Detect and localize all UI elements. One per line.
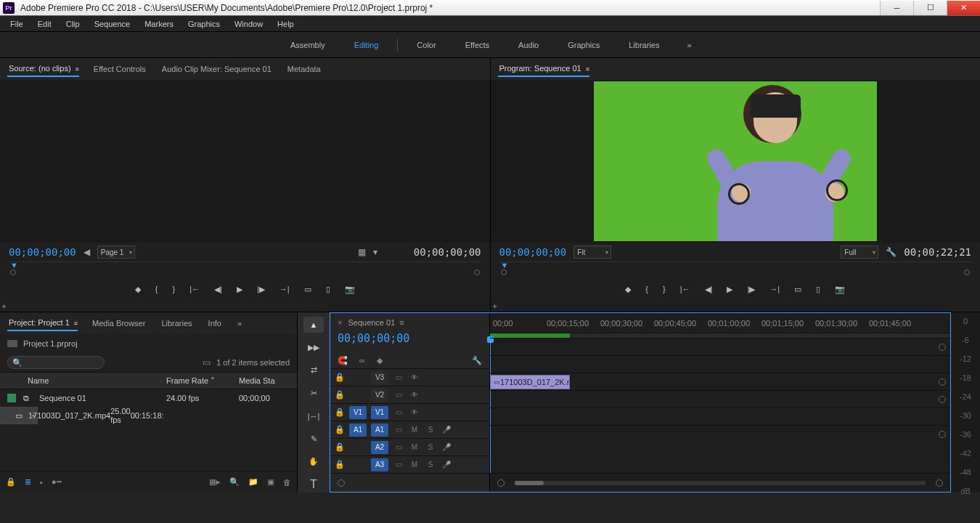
project-search-input[interactable]: 🔍 — [7, 356, 105, 369]
p-mark-in-button[interactable]: { — [645, 285, 648, 293]
menu-file[interactable]: File — [3, 17, 30, 31]
marker-button[interactable]: ◆ — [135, 285, 141, 294]
timeline-clip[interactable]: ▭ 171003D_017_2K.mp4 — [490, 375, 570, 389]
track-a3[interactable]: 🔒A3▭MS🎤 — [330, 455, 489, 473]
program-res-select[interactable]: Full — [841, 246, 878, 259]
workspace-graphics[interactable]: Graphics — [553, 35, 614, 55]
lock-icon[interactable]: 🔒 — [6, 477, 16, 487]
export-frame-button[interactable]: 📷 — [345, 285, 355, 294]
mark-in-button[interactable]: { — [155, 285, 158, 293]
pen-tool[interactable]: ✎ — [303, 431, 324, 447]
snap-button[interactable]: 🧲 — [338, 356, 348, 365]
timeline-tab[interactable]: Sequence 01 — [348, 318, 395, 327]
wrench-icon[interactable]: 🔧 — [886, 247, 897, 257]
selection-tool[interactable]: ▲ — [303, 317, 324, 333]
menu-graphics[interactable]: Graphics — [181, 17, 227, 31]
source-page-select[interactable]: Page 1 — [97, 246, 135, 259]
list-view-button[interactable]: ≣ — [25, 477, 31, 487]
insert-button[interactable]: ▭ — [304, 285, 311, 294]
go-to-out-button[interactable]: →| — [279, 285, 290, 293]
p-play-button[interactable]: ▶ — [727, 285, 732, 294]
minimize-button[interactable]: ─ — [880, 1, 913, 15]
trash-button[interactable]: 🗑 — [283, 478, 291, 487]
tab-media-browser[interactable]: Media Browser — [91, 316, 147, 331]
p-lift-button[interactable]: ▭ — [794, 285, 801, 294]
workspace-audio[interactable]: Audio — [504, 35, 553, 55]
timeline-ruler[interactable]: 00;00 00;00;15;00 00;00;30;00 00;00;45;0… — [490, 313, 950, 333]
tl-row-v2[interactable] — [490, 355, 950, 373]
menu-clip[interactable]: Clip — [59, 17, 87, 31]
p-step-back-button[interactable]: ◀| — [705, 285, 713, 294]
tab-metadata[interactable]: Metadata — [286, 62, 322, 76]
play-button[interactable]: ▶ — [237, 285, 242, 294]
keyframe-circle[interactable] — [939, 431, 946, 438]
menu-sequence[interactable]: Sequence — [87, 17, 138, 31]
source-ruler[interactable]: ▼ — [9, 262, 481, 277]
p-export-frame-button[interactable]: 📷 — [835, 285, 845, 294]
program-monitor[interactable] — [491, 80, 981, 243]
source-dropdown-icon[interactable]: ▾ — [373, 247, 377, 257]
track-select-tool[interactable]: ▶▶ — [303, 340, 324, 356]
track-v2[interactable]: 🔒V2▭👁 — [330, 386, 489, 403]
source-tc-current[interactable]: 00;00;00;00 — [9, 246, 76, 258]
source-zoom-right[interactable] — [474, 269, 480, 275]
program-zoom-select[interactable]: Fit — [573, 246, 611, 259]
settings-button[interactable]: 🔧 — [472, 356, 482, 365]
folder-new-icon[interactable]: ▭ — [203, 357, 211, 368]
overwrite-button[interactable]: ▯ — [326, 285, 330, 294]
track-a2[interactable]: 🔒A2▭MS🎤 — [330, 438, 489, 455]
type-tool[interactable]: T — [303, 477, 324, 493]
tl-row-a2[interactable] — [490, 408, 950, 425]
p-marker-button[interactable]: ◆ — [625, 285, 631, 294]
go-to-in-button[interactable]: |← — [189, 285, 200, 293]
new-bin-button[interactable]: 📁 — [248, 477, 258, 487]
source-prev-page[interactable]: ◀ — [83, 247, 90, 257]
keyframe-circle[interactable] — [939, 396, 946, 403]
project-row-clip[interactable]: ▭ 171003D_017_2K.mp4 25.00 fps 00:15:18: — [0, 407, 38, 424]
track-v1[interactable]: 🔒V1V1▭👁 — [330, 403, 489, 421]
tab-source[interactable]: Source: (no clips)≡ — [7, 61, 79, 77]
menu-edit[interactable]: Edit — [30, 17, 59, 31]
tab-audio-clip-mixer[interactable]: Audio Clip Mixer: Sequence 01 — [160, 62, 273, 76]
workspace-libraries[interactable]: Libraries — [614, 35, 674, 55]
tl-row-a3[interactable] — [490, 425, 950, 442]
find-button[interactable]: 🔍 — [229, 477, 240, 487]
timeline-scrollbar[interactable] — [515, 481, 926, 485]
source-add-button[interactable]: ＋ — [0, 301, 8, 310]
workspace-assembly[interactable]: Assembly — [276, 35, 340, 55]
add-marker-button[interactable]: ◆ — [377, 356, 383, 365]
p-mark-out-button[interactable]: } — [663, 285, 666, 293]
keyframe-circle[interactable] — [939, 378, 946, 386]
menu-window[interactable]: Window — [227, 17, 270, 31]
p-go-to-in-button[interactable]: |← — [680, 285, 690, 293]
tl-scroll-right[interactable] — [936, 479, 943, 487]
new-item-button[interactable]: ▣ — [267, 477, 274, 487]
timeline-timecode[interactable]: 00;00;00;00 — [330, 332, 489, 352]
maximize-button[interactable]: ☐ — [913, 1, 947, 15]
step-back-button[interactable]: ◀| — [214, 285, 222, 294]
step-fwd-button[interactable]: |▶ — [257, 285, 265, 294]
workspace-editing[interactable]: Editing — [340, 35, 393, 55]
p-extract-button[interactable]: ▯ — [816, 285, 820, 294]
tab-program[interactable]: Program: Sequence 01≡ — [498, 61, 589, 77]
razor-tool[interactable]: ✂ — [303, 386, 324, 402]
tl-scroll-left[interactable] — [497, 479, 505, 487]
p-step-fwd-button[interactable]: |▶ — [747, 285, 755, 294]
p-go-to-out-button[interactable]: →| — [769, 285, 780, 293]
ripple-edit-tool[interactable]: ⇄ — [303, 362, 324, 378]
program-zoom-left[interactable] — [501, 269, 507, 275]
project-row-sequence[interactable]: ⧉ Sequence 01 24.00 fps 00;00;00 — [0, 389, 297, 407]
close-button[interactable]: ✕ — [947, 1, 980, 15]
program-zoom-right[interactable] — [964, 269, 970, 275]
source-zoom-left[interactable] — [10, 269, 16, 275]
menu-help[interactable]: Help — [270, 17, 301, 31]
auto-seq-button[interactable]: ▦▸ — [209, 477, 221, 487]
program-add-button[interactable]: ＋ — [491, 301, 499, 310]
hand-tool[interactable]: ✋ — [303, 454, 324, 470]
timeline-tab-menu-icon[interactable]: ≡ — [399, 318, 404, 327]
tl-zoom-left[interactable] — [338, 479, 345, 487]
freeform-view-button[interactable]: ●━ — [52, 477, 62, 487]
keyframe-circle[interactable] — [939, 344, 946, 351]
menu-markers[interactable]: Markers — [137, 17, 181, 31]
timeline-tab-close[interactable]: × — [338, 318, 342, 327]
